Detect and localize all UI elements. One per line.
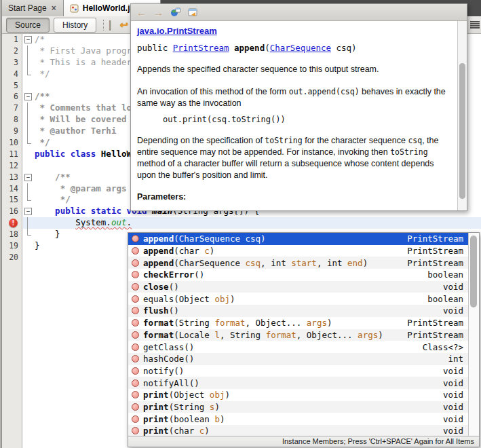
gutter-row[interactable]: 8 (2, 114, 22, 126)
method-signature: () (194, 269, 204, 280)
gutter-row[interactable]: 7 (2, 102, 22, 114)
open-external-javadoc-icon[interactable] (188, 8, 198, 17)
gutter-row[interactable]: 4 (2, 69, 22, 80)
show-in-browser-icon[interactable] (170, 7, 181, 17)
completion-item[interactable]: hashCode()int (128, 353, 468, 365)
completion-item[interactable]: print(String s)void (128, 401, 468, 413)
javadoc-popup: ← → java.io.PrintStream public PrintStre… (130, 3, 467, 211)
javadoc-class-link[interactable]: java.io.PrintStream (137, 26, 217, 36)
javadoc-signature: public PrintStream append(CharSequence c… (137, 43, 453, 53)
gutter-row[interactable]: 20 (2, 252, 22, 263)
javadoc-paragraph: An invocation of this method of the form… (137, 86, 450, 109)
completion-item[interactable]: append(char c)PrintStream (128, 245, 468, 257)
gutter-row[interactable]: ! (2, 217, 22, 229)
forward-icon[interactable]: → (153, 7, 163, 18)
gutter-row[interactable]: 13 (2, 172, 22, 183)
return-type: void (443, 378, 463, 388)
javadoc-popup-toolbar: ← → (131, 4, 467, 21)
completion-item[interactable]: format(Locale l, String format, Object..… (128, 329, 468, 341)
method-name: print (143, 414, 169, 424)
javadoc-scrollbar-thumb[interactable] (459, 63, 465, 199)
gutter-row[interactable]: 14 (2, 183, 22, 195)
history-view-button[interactable]: History (54, 18, 96, 33)
completion-scrollbar[interactable] (468, 233, 479, 436)
return-type: void (443, 414, 463, 424)
method-signature: () (184, 342, 194, 352)
gutter-row[interactable]: 11 (2, 149, 22, 160)
public-method-icon (132, 415, 139, 423)
line-number: 12 (2, 160, 22, 172)
public-method-icon (132, 367, 139, 375)
completion-item[interactable]: print(char c)void (128, 425, 468, 436)
line-number: 11 (2, 149, 22, 160)
completion-item[interactable]: checkError()boolean (128, 269, 468, 281)
line-number-gutter[interactable]: 12345678910111213141516!181920 (2, 34, 22, 448)
completion-list: append(CharSequence csq)PrintStreamappen… (128, 233, 468, 436)
javadoc-code-block: out.print(csq.toString()) (163, 115, 453, 124)
return-type: void (443, 305, 463, 316)
return-type: void (443, 402, 463, 412)
method-signature: (CharSequence csq, int start, int end) (174, 258, 368, 268)
method-name: print (143, 390, 169, 400)
gutter-row[interactable]: 2 (2, 45, 22, 57)
gutter-row[interactable]: 16 (2, 206, 22, 217)
completion-item[interactable]: append(CharSequence csq)PrintStream (128, 233, 468, 245)
completion-item[interactable]: format(String format, Object... args)Pri… (128, 317, 468, 329)
completion-item[interactable]: append(CharSequence csq, int start, int … (128, 257, 468, 269)
completion-scrollbar-thumb[interactable] (470, 236, 477, 307)
gutter-row[interactable]: 19 (2, 240, 22, 252)
gutter-row[interactable]: 10 (2, 137, 22, 149)
return-type: void (443, 366, 463, 376)
javadoc-content: java.io.PrintStream public PrintStream a… (131, 21, 457, 210)
completion-item[interactable]: notifyAll()void (128, 377, 468, 389)
line-number: 19 (2, 240, 22, 252)
tab-start-page[interactable]: Start Page × (2, 0, 64, 16)
javadoc-type-link[interactable]: PrintStream (173, 43, 229, 53)
completion-item[interactable]: getClass()Class<?> (128, 341, 468, 353)
javadoc-type-link[interactable]: CharSequence (270, 43, 331, 53)
completion-item[interactable]: print(boolean b)void (128, 413, 468, 425)
editor-toolbar-overflow-icon[interactable] (470, 21, 480, 29)
completion-item[interactable]: close()void (128, 281, 468, 293)
code-line[interactable]: System.out. (23, 217, 481, 229)
method-name: hashCode (143, 354, 184, 364)
return-type: void (443, 426, 463, 436)
return-type: PrintStream (407, 330, 463, 340)
completion-item[interactable]: print(Object obj)void (128, 389, 468, 401)
gutter-row[interactable]: 12 (2, 160, 22, 172)
source-view-button[interactable]: Source (6, 18, 50, 33)
back-icon[interactable]: ← (136, 7, 147, 18)
method-signature: (boolean b) (169, 414, 225, 424)
completion-item[interactable]: equals(Object obj)boolean (128, 293, 468, 305)
gutter-row[interactable]: 9 (2, 126, 22, 137)
line-number: 18 (2, 229, 22, 240)
public-method-icon (132, 247, 139, 255)
method-signature: (String s) (169, 402, 220, 412)
method-name: print (143, 426, 169, 436)
gutter-row[interactable]: 3 (2, 57, 22, 69)
javadoc-scrollbar[interactable] (457, 21, 467, 210)
public-method-icon (132, 331, 139, 339)
completion-item[interactable]: flush()void (128, 305, 468, 317)
tab-start-page-label: Start Page (8, 3, 47, 13)
line-number: 10 (2, 137, 22, 149)
public-method-icon (132, 343, 139, 351)
javadoc-paragraph: Appends the specified character sequence… (137, 64, 450, 75)
error-badge-icon[interactable]: ! (9, 219, 18, 227)
last-edit-position-icon[interactable]: ⎸↩ (109, 19, 128, 31)
method-signature: () (174, 366, 184, 376)
gutter-row[interactable]: 18 (2, 229, 22, 240)
gutter-row[interactable]: 15 (2, 194, 22, 206)
gutter-row[interactable]: 6 (2, 91, 22, 102)
completion-item[interactable]: notify()void (128, 365, 468, 377)
public-method-icon (132, 295, 139, 303)
method-signature: () (184, 354, 194, 364)
close-icon[interactable]: × (51, 3, 57, 13)
public-method-icon (132, 355, 139, 362)
method-signature: (char c) (174, 246, 214, 256)
gutter-row[interactable]: 5 (2, 80, 22, 92)
javadoc-parameters-label: Parameters: (137, 192, 453, 202)
line-number: 15 (2, 194, 22, 206)
gutter-row[interactable]: 1 (2, 34, 22, 45)
line-number: 7 (2, 102, 22, 114)
